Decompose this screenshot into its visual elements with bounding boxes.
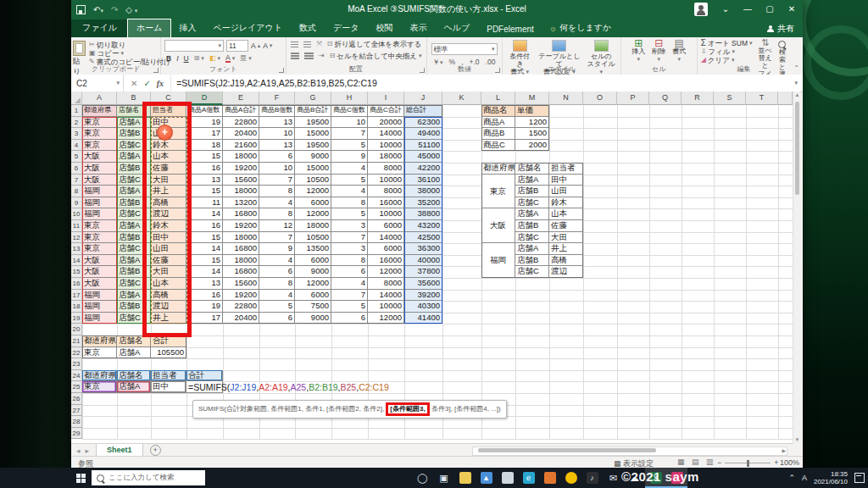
main-table-cell[interactable]: 大田 [151,266,186,278]
fill-color-button[interactable]: ◧▾ [209,54,220,63]
main-table-header[interactable]: 商品C合計 [368,105,404,117]
main-table-cell[interactable]: 大阪 [82,278,117,290]
sheet-nav-right-icon[interactable]: ▸ [84,446,97,455]
col-header-M[interactable]: M [515,92,549,105]
page-break-view-icon[interactable]: ▥ [706,458,714,466]
main-table-cell[interactable]: 15600 [223,175,259,186]
fill-button[interactable]: ⇩フィル▾ [701,47,753,56]
main-table-cell[interactable]: 大阪 [82,266,117,278]
staff-table-cell[interactable]: 店舗C [515,197,549,209]
staff-table-header[interactable]: 店舗名 [515,163,549,175]
row-header-2[interactable]: 2 [71,117,82,129]
horizontal-scrollbar[interactable]: ▶ [472,446,787,456]
main-table-cell[interactable]: 店舗C [117,140,151,152]
ribbon-tab-8[interactable]: 表示 [402,19,436,37]
main-table-cell[interactable]: 4 [331,186,368,197]
main-table-cell[interactable]: 15000 [295,128,331,140]
main-table-cell[interactable]: 4 [259,255,295,267]
main-table-cell[interactable]: 10 [259,163,295,175]
main-table-cell[interactable]: 東京 [82,243,117,255]
main-table-cell[interactable]: 店舗C [117,243,151,255]
main-table-cell[interactable]: 8000 [368,163,404,175]
main-table-cell[interactable]: 18 [186,140,223,152]
main-table-cell[interactable]: 大阪 [82,255,117,267]
row-header-15[interactable]: 15 [71,266,82,278]
redo-button[interactable]: ↷ [111,5,118,14]
staff-table-cell[interactable]: 店舗A [515,243,549,255]
merge-center-button[interactable]: ⊟セルを結合して中央揃え▾ [330,52,422,60]
product-table-cell[interactable]: 商品A [481,117,515,129]
vertical-scrollbar[interactable]: ▲ ▼ [793,92,800,443]
main-table-cell[interactable]: 16000 [368,197,404,209]
staff-table-cell[interactable]: 店舗B [515,220,549,232]
main-table-cell[interactable]: 8 [259,278,295,290]
main-table-cell[interactable]: 19500 [295,117,331,129]
main-table-cell[interactable]: 大阪 [82,163,117,175]
main-table-cell[interactable]: 51100 [404,140,442,152]
staff-area-cell[interactable]: 東京 [481,175,515,209]
main-table-cell[interactable]: 16800 [223,266,259,278]
main-table-cell[interactable]: 13 [186,175,223,186]
main-table-cell[interactable]: 12 [259,220,295,232]
main-table-cell[interactable]: 10 [331,117,368,129]
tell-me-search[interactable]: ☼ 何をしますか [542,19,618,37]
main-table-cell[interactable]: 山本 [151,278,186,290]
share-button[interactable]: 共有 [766,23,794,35]
col-header-C[interactable]: C [151,92,186,105]
row-header-5[interactable]: 5 [71,151,82,163]
col-header-J[interactable]: J [404,92,442,105]
row-header-20[interactable]: 20 [71,324,82,336]
ribbon-tab-5[interactable]: 数式 [291,19,325,37]
staff-table-cell[interactable]: 店舗C [515,232,549,244]
row-header-6[interactable]: 6 [71,163,82,175]
shrink-font-button[interactable]: A▾ [263,40,272,52]
undo-button[interactable]: ↶▾ [93,5,103,14]
main-table-cell[interactable]: 福岡 [82,186,117,197]
staff-table-cell[interactable]: 店舗A [515,208,549,220]
main-table-cell[interactable]: 佐藤 [151,255,186,267]
main-table-cell[interactable]: 16 [186,220,223,232]
enter-icon[interactable]: ✓ [143,79,150,88]
summary2-header[interactable]: 担当者 [151,370,186,382]
vertical-scroll-thumb[interactable] [795,102,799,195]
main-table-cell[interactable]: 3 [331,243,368,255]
summary1-cell[interactable]: 店舗A [117,347,151,359]
collapse-ribbon-button[interactable]: ⌃ [790,64,803,75]
main-table-cell[interactable]: 5 [331,140,368,152]
main-table-cell[interactable]: 店舗A [117,151,151,163]
col-header-R[interactable]: R [682,92,714,105]
main-table-cell[interactable]: 山田 [151,243,186,255]
staff-table-cell[interactable]: 田中 [549,175,583,186]
ribbon-tab-3[interactable]: 挿入 [170,19,204,37]
phonetic-guide-button[interactable]: 亜▾ [240,54,252,63]
main-table-cell[interactable]: 鈴木 [151,140,186,152]
main-table-cell[interactable]: 7 [259,175,295,186]
main-table-cell[interactable]: 8 [259,208,295,220]
normal-view-icon[interactable]: ▦ [677,458,685,466]
borders-button[interactable]: ⊞▾ [194,54,204,63]
main-table-cell[interactable]: 10000 [368,140,404,152]
main-table-cell[interactable]: 8000 [368,278,404,290]
account-avatar[interactable] [694,3,708,16]
scroll-up-icon[interactable]: ▲ [793,92,801,97]
main-table-cell[interactable]: 19200 [223,290,259,302]
main-table-cell[interactable]: 19200 [223,163,259,175]
main-table-cell[interactable]: 18000 [223,255,259,267]
main-table-cell[interactable]: 5 [331,175,368,186]
main-table-cell[interactable]: 12000 [368,266,404,278]
col-header-L[interactable]: L [481,92,515,105]
main-table-cell[interactable]: 16800 [223,208,259,220]
row-header-22[interactable]: 22 [71,347,82,359]
product-table-header[interactable]: 商品名 [481,105,515,117]
main-table-cell[interactable]: 7500 [295,301,331,313]
product-table-cell[interactable]: 1500 [515,128,549,140]
col-header-D[interactable]: D [186,92,223,105]
main-table-header[interactable]: 都道府県 [82,105,117,117]
main-table-cell[interactable]: 20400 [223,128,259,140]
main-table-cell[interactable]: 43200 [404,220,442,232]
main-table-cell[interactable]: 16800 [223,243,259,255]
staff-table-cell[interactable]: 鈴木 [549,197,583,209]
save-icon[interactable] [76,5,86,14]
main-table-cell[interactable]: 10 [259,128,295,140]
col-header-I[interactable]: I [368,92,404,105]
